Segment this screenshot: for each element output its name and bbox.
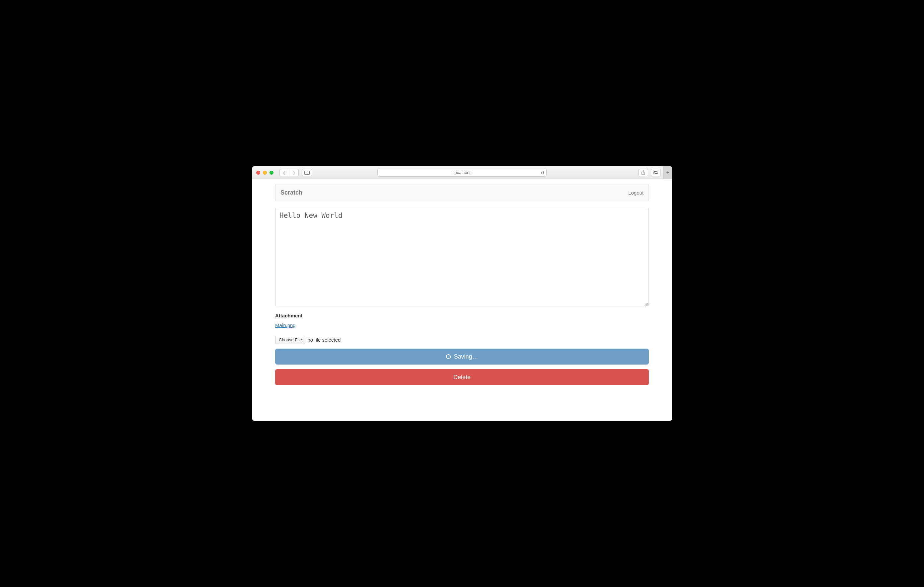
attachment-heading: Attachment bbox=[275, 313, 649, 318]
sidebar-icon bbox=[304, 171, 310, 175]
browser-window: localhost ↻ bbox=[252, 166, 672, 421]
nav-button-group bbox=[279, 169, 312, 176]
zoom-window-button[interactable] bbox=[269, 171, 274, 175]
chevron-right-icon bbox=[292, 171, 295, 175]
chevron-left-icon bbox=[283, 171, 286, 175]
forward-button[interactable] bbox=[289, 169, 299, 176]
new-tab-button[interactable]: + bbox=[663, 166, 672, 179]
attachment-link[interactable]: Main.png bbox=[275, 322, 296, 328]
svg-rect-0 bbox=[304, 171, 309, 174]
logout-link[interactable]: Logout bbox=[628, 190, 644, 195]
file-selection-status: no file selected bbox=[307, 337, 340, 342]
delete-button[interactable]: Delete bbox=[275, 369, 649, 385]
address-text: localhost bbox=[454, 170, 470, 175]
save-button-label: Saving… bbox=[454, 353, 478, 360]
delete-button-label: Delete bbox=[454, 374, 470, 381]
share-icon bbox=[641, 170, 645, 175]
address-bar[interactable]: localhost ↻ bbox=[377, 169, 547, 177]
svg-rect-4 bbox=[653, 171, 657, 174]
reload-icon: ↻ bbox=[541, 170, 544, 175]
note-textarea[interactable] bbox=[275, 208, 649, 306]
app-navbar: Scratch Logout bbox=[275, 184, 649, 201]
show-sidebar-button[interactable] bbox=[302, 169, 312, 176]
brand[interactable]: Scratch bbox=[280, 189, 302, 196]
svg-rect-5 bbox=[655, 171, 658, 173]
spinner-icon bbox=[446, 354, 451, 359]
close-window-button[interactable] bbox=[256, 171, 260, 175]
browser-titlebar: localhost ↻ bbox=[252, 166, 672, 179]
page-content: Scratch Logout Attachment Main.png Choos… bbox=[252, 179, 672, 421]
share-button[interactable] bbox=[638, 169, 648, 176]
tabs-icon bbox=[653, 171, 658, 175]
save-button[interactable]: Saving… bbox=[275, 349, 649, 365]
plus-icon: + bbox=[666, 170, 669, 175]
show-tabs-button[interactable] bbox=[651, 169, 661, 176]
window-controls bbox=[256, 171, 274, 175]
reload-button[interactable]: ↻ bbox=[541, 170, 544, 175]
back-button[interactable] bbox=[280, 169, 289, 176]
minimize-window-button[interactable] bbox=[263, 171, 267, 175]
choose-file-button[interactable]: Choose File bbox=[275, 336, 305, 344]
